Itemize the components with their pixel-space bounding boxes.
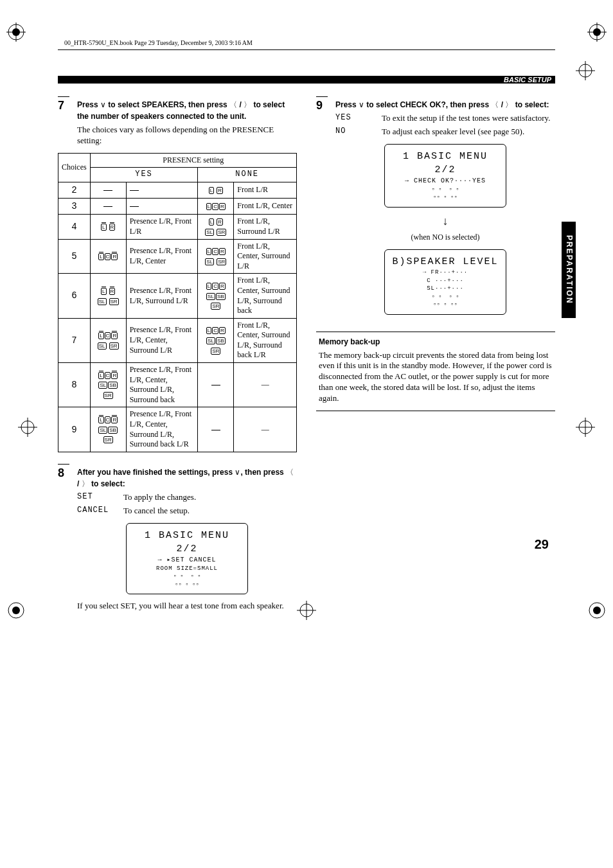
step-number: 9 [316, 96, 328, 321]
step-8: 8 After you have finished the settings, … [58, 464, 297, 612]
step-number: 7 [58, 96, 69, 146]
lcd-display-check-ok: 1 BASIC MENU 2/2 → CHECK OK?····YES ▫ ▫ … [384, 144, 506, 208]
left-icon: 〈 [286, 468, 294, 477]
left-icon: 〈 [229, 100, 237, 109]
registration-mark-icon [587, 601, 607, 620]
right-column: 9 Press ∨ to select CHECK OK?, then pres… [316, 96, 555, 617]
registration-mark-icon [587, 22, 607, 42]
left-column: 7 Press ∨ to select SPEAKERS, then press… [58, 96, 297, 617]
table-row: 4 L R Presence L/R, Front L/R L RSL SR F… [58, 215, 297, 239]
left-icon: 〈 [491, 100, 499, 109]
step-number: 8 [58, 464, 69, 612]
crop-mark-icon [576, 61, 595, 80]
table-row: 5 LCR Presence L/R, Front L/R, Center LC… [58, 239, 297, 274]
registration-mark-icon [6, 601, 26, 620]
table-row: 2 L R Front L/R [58, 182, 297, 198]
step-9-instruction: Press ∨ to select CHECK OK?, then press … [335, 99, 555, 111]
speaker-table: Choices PRESENCE setting YES NONE 2 L R … [58, 153, 297, 452]
registration-mark-icon [297, 601, 316, 620]
down-icon: ∨ [100, 100, 106, 109]
option-yes: YES To exit the setup if the test tones … [335, 113, 555, 124]
section-bar: BASIC SETUP [58, 76, 555, 84]
down-icon: ∨ [359, 100, 364, 109]
svg-point-11 [593, 607, 601, 614]
th-choices: Choices [58, 153, 91, 182]
th-presence: PRESENCE setting [90, 153, 296, 168]
step-8-note: If you select SET, you will hear a test … [77, 601, 297, 612]
right-icon: 〉 [244, 100, 251, 109]
option-cancel: CANCEL To cancel the setup. [77, 506, 297, 517]
lcd-display-basic-menu: 1 BASIC MENU 2/2 → ▸SET CANCEL ROOM SIZE… [126, 523, 248, 595]
right-icon: 〉 [82, 479, 89, 488]
registration-mark-icon [6, 22, 26, 42]
step-7: 7 Press ∨ to select SPEAKERS, then press… [58, 96, 297, 146]
right-icon: 〉 [505, 100, 513, 109]
memory-backup-box: Memory back-up The memory back-up circui… [316, 332, 555, 411]
down-arrow-icon: ↓ [335, 214, 555, 229]
crop-mark-icon [18, 418, 37, 437]
th-yes: YES [90, 168, 198, 182]
header-rule [58, 49, 555, 50]
table-row: 3 LCR Front L/R, Center [58, 199, 297, 215]
crop-mark-icon [576, 418, 595, 437]
table-row: 7 LCRSL SR Presence L/R, Front L/R, Cent… [58, 318, 297, 362]
step-7-desc: The choices vary as follows depending on… [77, 125, 297, 146]
memory-title: Memory back-up [319, 337, 553, 348]
option-set: SET To apply the changes. [77, 492, 297, 503]
lcd-display-speaker-level: B)SPEAKER LEVEL → FR···+··· C ···+··· SL… [384, 249, 506, 315]
arrow-caption: (when NO is selected) [335, 233, 555, 243]
option-no: NO To adjust each speaker level (see pag… [335, 127, 555, 137]
step-9: 9 Press ∨ to select CHECK OK?, then pres… [316, 96, 555, 321]
table-row: 6 L RSL SR Presence L/R, Front L/R, Surr… [58, 274, 297, 318]
side-tab-label: PREPARATION [564, 235, 574, 305]
file-header: 00_HTR-5790U_EN.book Page 29 Tuesday, De… [58, 39, 555, 47]
table-row: 8 LCRSLSBSR Presence L/R, Front L/R, Cen… [58, 363, 297, 407]
th-none: NONE [198, 168, 297, 182]
step-8-instruction: After you have finished the settings, pr… [77, 466, 297, 490]
section-label: BASIC SETUP [504, 75, 551, 84]
svg-point-9 [12, 607, 20, 614]
side-tab: PREPARATION [562, 222, 576, 318]
memory-body: The memory back-up circuit prevents the … [319, 350, 553, 404]
page-number: 29 [535, 536, 549, 553]
step-7-instruction: Press ∨ to select SPEAKERS, then press 〈… [77, 99, 297, 122]
table-row: 9 LCRSLSBSR Presence L/R, Front L/R, Cen… [58, 407, 297, 452]
